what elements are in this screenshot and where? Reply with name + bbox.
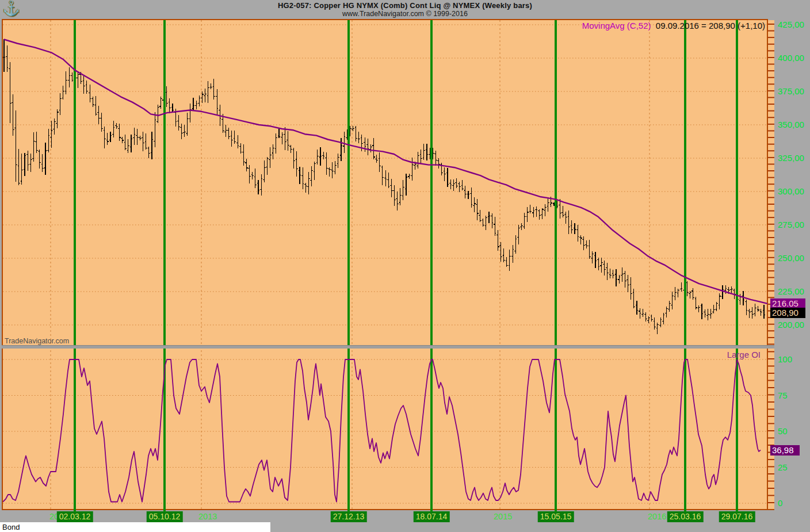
session-line-stub (430, 509, 433, 512)
price-axis-label: 250,00 (778, 253, 804, 263)
price-axis-label: 350,00 (778, 120, 804, 130)
x-axis-year-label: 2016 (648, 512, 666, 521)
price-axis-label: 325,00 (778, 153, 804, 163)
price-axis-label: 425,00 (778, 20, 804, 30)
price-axis-label: 225,00 (778, 286, 804, 297)
panel-separator[interactable] (2, 345, 774, 349)
x-axis-date-label: 02.03.12 (57, 511, 93, 522)
x-axis-year-label: 2015 (494, 512, 512, 521)
last-price-tag: 208,90 (770, 308, 805, 318)
session-line-stub (555, 509, 557, 512)
oscillator-axis-ticks (768, 349, 774, 510)
price-axis-label: 300,00 (778, 186, 804, 197)
x-axis-date-label: 29.07.16 (719, 511, 755, 522)
osc-value-tag: 36,98 (770, 445, 800, 456)
next-window-label: Bond (2, 523, 20, 531)
session-line-stub (736, 509, 738, 512)
session-line-stub (684, 509, 686, 512)
price-axis-ticks (768, 20, 774, 345)
session-line-stub (74, 509, 76, 512)
x-axis-date-label: 25.03.16 (667, 511, 704, 522)
price-axis-label: 375,00 (778, 86, 804, 97)
oscillator-axis-label: 25 (778, 462, 788, 473)
session-line-stub (347, 509, 350, 512)
next-window-strip[interactable] (0, 522, 270, 532)
ma-value-tag: 216.05 (770, 298, 805, 309)
session-line-stub (163, 509, 166, 512)
legend-indicator-value: 09.09.2016 = 208,90 (+1,10) (651, 21, 766, 30)
chart-subtitle: www.TradeNavigator.com © 1999-2016 (0, 10, 810, 18)
x-axis-date-label: 27.12.13 (331, 511, 367, 522)
oscillator-axis-label: 100 (778, 354, 792, 365)
price-and-oscillator-canvas[interactable] (3, 20, 769, 509)
oscillator-axis-label: 0 (778, 498, 782, 508)
x-axis-date-label: 05.10.12 (147, 511, 183, 522)
x-axis-year-label: 2013 (198, 512, 217, 521)
trade-navigator-window: ⚓ HG2-057: Copper HG NYMX (Comb) Cont Li… (0, 0, 810, 532)
legend-indicator-name: MovingAvg (C,52) (582, 21, 651, 30)
oscillator-axis-label: 50 (778, 426, 788, 437)
oscillator-panel-label: Large OI (727, 350, 761, 359)
price-axis-label: 400,00 (778, 53, 804, 63)
price-axis-label: 200,00 (778, 320, 804, 330)
oscillator-axis-label: 75 (778, 391, 788, 401)
watermark-text: TradeNavigator.com (5, 337, 69, 345)
x-axis-date-label: 18.07.14 (414, 511, 450, 522)
chart-title: HG2-057: Copper HG NYMX (Comb) Cont Liq … (0, 1, 810, 10)
price-axis-label: 275,00 (778, 220, 804, 230)
indicator-legend[interactable]: MovingAvg (C,52) 09.09.2016 = 208,90 (+1… (582, 21, 765, 30)
x-axis-date-label: 15.05.15 (538, 511, 574, 522)
